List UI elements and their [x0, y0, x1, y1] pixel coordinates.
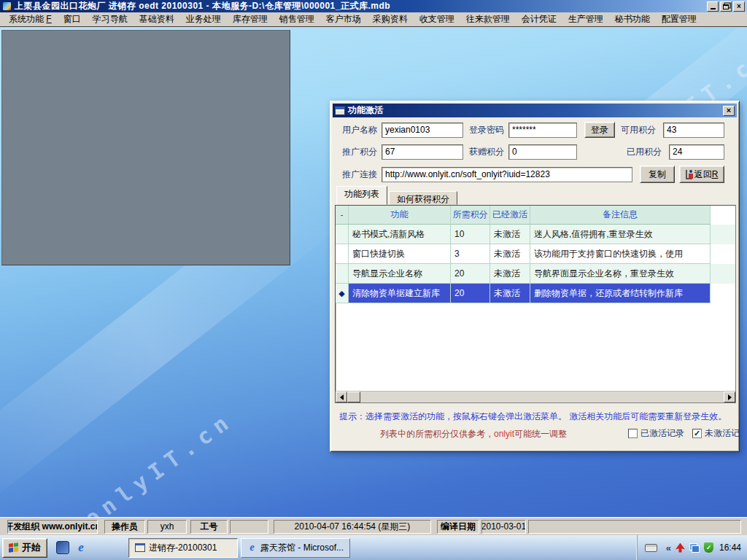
tray-clock[interactable]: 16:44: [719, 542, 741, 553]
feature-table-rows: - 功能 所需积分 已经激活 备注信息 秘书模式,清新风格 10 未激活 迷人风…: [336, 206, 735, 391]
status-operator-label: 操作员: [104, 520, 145, 534]
desktop-area: onlyIT.cn yIT.cn 功能激活 × 用户名称 yexian0103 …: [0, 28, 747, 517]
login-button[interactable]: 登录: [584, 122, 615, 138]
status-datetime: 2010-04-07 16:44:54 (星期三): [274, 520, 431, 534]
table-row[interactable]: 窗口快捷切换 3 未激活 该功能用于支持窗口的快速切换，使用: [336, 244, 735, 264]
start-button[interactable]: 开始: [2, 538, 47, 558]
checkbox-activated-records[interactable]: 已激活记录: [628, 427, 684, 440]
col-remark: 备注信息: [530, 206, 711, 225]
menu-item-production[interactable]: 生产管理: [562, 12, 609, 26]
used-points-label: 已用积分: [627, 146, 669, 158]
table-row[interactable]: 导航显示企业名称 20 未激活 导航界面显示企业名称，重登录生效: [336, 264, 735, 284]
menu-item-window[interactable]: 窗口: [58, 12, 87, 26]
menu-item-secretary[interactable]: 秘书功能: [609, 12, 656, 26]
checkbox-checked[interactable]: ✓: [692, 429, 702, 438]
menu-item-customer[interactable]: 客户市场: [320, 12, 367, 26]
window-titlebar[interactable]: 上栗县金园出口花炮厂 进销存 oedt 20100301 - 本地服务-D:\仓…: [0, 0, 747, 12]
row-feature: 窗口快捷切换: [349, 244, 451, 264]
checkbox-unchecked[interactable]: [628, 429, 638, 438]
copy-button[interactable]: 复制: [640, 166, 675, 183]
promo-points-value[interactable]: 67: [382, 144, 463, 160]
promo-link-label: 推广连接: [342, 168, 382, 181]
status-build-date-label: 编译日期: [437, 520, 479, 534]
menu-item-business[interactable]: 业务处理: [180, 12, 227, 26]
menu-item-accounts[interactable]: 往来款管理: [460, 12, 516, 26]
menubar: 系统功能 F 窗口 学习导航 基础资料 业务处理 库存管理 销售管理 客户市场 …: [0, 12, 747, 27]
username-input[interactable]: yexian0103: [382, 122, 463, 138]
username-label: 用户名称: [342, 124, 382, 136]
dialog-titlebar[interactable]: 功能激活 ×: [333, 104, 737, 117]
security-shield-icon[interactable]: ✓: [704, 542, 713, 553]
activation-dialog: 功能激活 × 用户名称 yexian0103 登录密码 ******* 登录 可…: [330, 101, 740, 452]
row-remark: 迷人风格,值得拥有,重登录生效: [530, 225, 711, 244]
internet-explorer-icon[interactable]: e: [74, 541, 88, 554]
menu-item-label: 系统功能: [9, 14, 44, 24]
window-controls: ×: [707, 1, 745, 12]
menu-item-learning-nav[interactable]: 学习导航: [87, 12, 133, 26]
task-button-label: 露天茶馆 - Microsof...: [260, 542, 344, 554]
gift-points-value[interactable]: 0: [508, 144, 577, 160]
app-icon: [2, 1, 12, 11]
row-points: 20: [451, 264, 490, 284]
dialog-close-button[interactable]: ×: [723, 106, 735, 116]
windows-flag-icon: [9, 542, 19, 553]
status-operator-value: yxh: [147, 520, 187, 534]
app-window: 上栗县金园出口花炮厂 进销存 oedt 20100301 - 本地服务-D:\仓…: [0, 0, 747, 560]
row-remark: 删除物资单据，还原或者结转制作新库: [530, 284, 711, 303]
checkbox-inactive-records[interactable]: ✓ 未激活记录: [692, 427, 740, 440]
close-button[interactable]: ×: [733, 1, 745, 12]
password-input[interactable]: *******: [508, 122, 577, 138]
col-activated: 已经激活: [490, 206, 530, 225]
status-worker-id-value: [230, 520, 268, 534]
return-button-label: 返回: [694, 168, 712, 181]
password-label: 登录密码: [469, 124, 508, 136]
tab-feature-list[interactable]: 功能列表: [336, 186, 387, 205]
tray-app-icon-red[interactable]: [676, 543, 685, 553]
tab-how-to-get-points[interactable]: 如何获得积分: [389, 191, 457, 205]
arrow-right-icon: [728, 394, 735, 400]
quick-launch-app-icon[interactable]: [56, 541, 69, 554]
available-points-value[interactable]: 43: [663, 122, 724, 138]
used-points-value[interactable]: 24: [669, 144, 724, 160]
status-dev-org: 开发组织 www.onlyit.cn: [7, 520, 98, 534]
tray-expand-chevron[interactable]: «: [666, 542, 671, 553]
restore-button[interactable]: [720, 1, 732, 12]
taskbar: 开始 e 进销存-20100301 e 露天茶馆 - Microsof... «…: [0, 535, 747, 560]
menu-item-voucher[interactable]: 会计凭证: [516, 12, 562, 26]
scroll-left-button[interactable]: [336, 392, 347, 402]
scroll-right-button[interactable]: [724, 392, 735, 402]
row-feature: 清除物资单据建立新库: [349, 284, 451, 303]
scrollbar-track[interactable]: [360, 392, 724, 402]
scrollbar-thumb[interactable]: [347, 392, 360, 402]
menu-item-sales[interactable]: 销售管理: [274, 12, 320, 26]
table-row-selected[interactable]: ◆ 清除物资单据建立新库 20 未激活 删除物资单据，还原或者结转制作新库: [336, 284, 735, 303]
row-activated: 未激活: [490, 264, 530, 284]
hint2-suffix: 可能统一调整: [514, 429, 567, 439]
menu-item-system[interactable]: 系统功能 F: [3, 12, 58, 26]
promo-link-input[interactable]: http://www.onlyit.cn/soft_onlyit?iuid=12…: [382, 167, 632, 182]
return-button[interactable]: 返回R: [679, 166, 724, 183]
checkbox-label: 已激活记录: [640, 427, 684, 440]
statusbar: 开发组织 www.onlyit.cn 操作员 yxh 工号 2010-04-07…: [0, 517, 747, 535]
menu-item-finance[interactable]: 收支管理: [414, 12, 460, 26]
task-button-browser[interactable]: e 露天茶馆 - Microsof...: [241, 538, 350, 558]
menu-item-config[interactable]: 配置管理: [656, 12, 703, 26]
start-label: 开始: [22, 541, 41, 554]
minimize-button[interactable]: [707, 1, 719, 12]
keyboard-layout-icon[interactable]: [645, 544, 657, 552]
table-row[interactable]: 秘书模式,清新风格 10 未激活 迷人风格,值得拥有,重登录生效: [336, 225, 735, 244]
menu-item-purchase[interactable]: 采购资料: [367, 12, 414, 26]
row-remark: 该功能用于支持窗口的快速切换，使用: [530, 244, 711, 264]
erp-window-icon: [135, 543, 145, 552]
tabstrip: 功能列表 如何获得积分: [336, 189, 457, 205]
table-header-row: - 功能 所需积分 已经激活 备注信息: [336, 206, 735, 225]
row-marker: [336, 244, 349, 264]
menu-item-base-data[interactable]: 基础资料: [133, 12, 180, 26]
network-icon[interactable]: [689, 543, 700, 553]
dialog-icon: [335, 106, 345, 115]
status-empty: [528, 520, 741, 534]
col-feature: 功能: [349, 206, 451, 225]
menu-item-inventory[interactable]: 库存管理: [227, 12, 274, 26]
hint2-prefix: 列表中的所需积分仅供参考，: [380, 429, 494, 439]
task-button-erp[interactable]: 进销存-20100301: [128, 538, 238, 558]
